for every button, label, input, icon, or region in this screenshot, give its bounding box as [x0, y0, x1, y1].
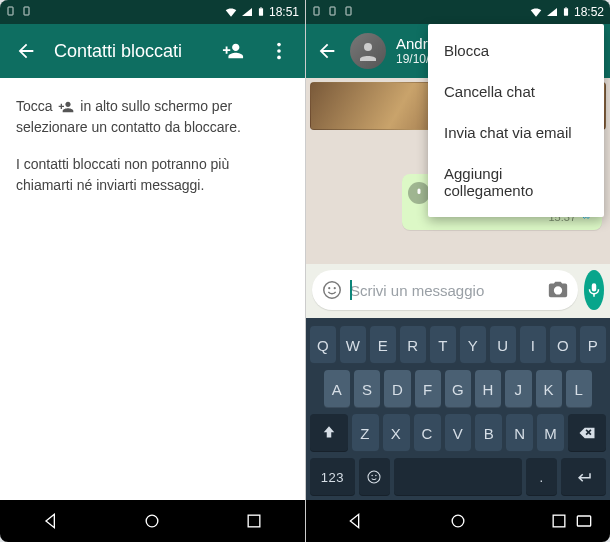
key-m[interactable]: M	[537, 414, 564, 452]
key-backspace[interactable]	[568, 414, 606, 452]
key-j[interactable]: J	[505, 370, 531, 408]
svg-rect-0	[8, 7, 13, 15]
back-button[interactable]	[8, 33, 44, 69]
phone-right: 18:52 Andrea 19/10/2015, 19… 19 OTT	[305, 0, 610, 542]
key-row: QWERTYUIOP	[310, 326, 606, 364]
nav-home[interactable]	[438, 501, 478, 541]
battery-icon	[561, 5, 571, 19]
menu-item-add-shortcut[interactable]: Aggiungi collegamento	[428, 153, 604, 211]
status-bar: 18:52	[306, 0, 610, 24]
nav-bar	[0, 500, 305, 542]
key-enter[interactable]	[561, 458, 606, 496]
nav-ime-switch[interactable]	[564, 501, 604, 541]
page-title: Contatti bloccati	[54, 41, 205, 62]
svg-point-15	[324, 282, 341, 299]
key-q[interactable]: Q	[310, 326, 336, 364]
screenshot-icon	[6, 6, 18, 18]
wifi-icon	[529, 5, 543, 19]
key-u[interactable]: U	[490, 326, 516, 364]
svg-point-21	[452, 515, 464, 527]
app-bar: Contatti bloccati	[0, 24, 305, 78]
svg-point-20	[376, 475, 378, 477]
phone-left: 18:51 Contatti bloccati Tocca in alto su…	[0, 0, 305, 542]
nav-home[interactable]	[132, 501, 172, 541]
key-k[interactable]: K	[536, 370, 562, 408]
compose-box	[312, 270, 578, 310]
battery-icon	[256, 5, 266, 19]
key-c[interactable]: C	[414, 414, 441, 452]
svg-point-5	[277, 49, 281, 53]
key-x[interactable]: X	[383, 414, 410, 452]
add-person-inline-icon	[58, 99, 74, 115]
key-shift[interactable]	[310, 414, 348, 452]
svg-rect-12	[564, 8, 568, 16]
overflow-button[interactable]	[261, 33, 297, 69]
key-f[interactable]: F	[415, 370, 441, 408]
status-bar: 18:51	[0, 0, 305, 24]
key-v[interactable]: V	[445, 414, 472, 452]
mic-avatar-icon	[408, 182, 430, 204]
svg-rect-3	[260, 7, 262, 8]
key-period[interactable]: .	[526, 458, 558, 496]
svg-point-4	[277, 43, 281, 47]
svg-rect-2	[259, 8, 263, 16]
key-l[interactable]: L	[566, 370, 592, 408]
key-g[interactable]: G	[445, 370, 471, 408]
add-contact-button[interactable]	[215, 33, 251, 69]
voice-send-button[interactable]	[584, 270, 604, 310]
key-e[interactable]: E	[370, 326, 396, 364]
svg-point-16	[328, 287, 330, 289]
key-h[interactable]: H	[475, 370, 501, 408]
key-o[interactable]: O	[550, 326, 576, 364]
camera-button[interactable]	[546, 278, 570, 302]
key-a[interactable]: A	[324, 370, 350, 408]
nav-bar	[306, 500, 610, 542]
key-row: 123 .	[310, 458, 606, 496]
svg-point-17	[334, 287, 336, 289]
key-r[interactable]: R	[400, 326, 426, 364]
svg-point-14	[364, 43, 372, 51]
help-text-2: I contatti bloccati non potranno più chi…	[16, 154, 289, 196]
svg-rect-8	[248, 515, 260, 527]
clock-text: 18:51	[269, 5, 299, 19]
keyboard[interactable]: QWERTYUIOP ASDFGHJKL ZXCVBNM 123 .	[306, 318, 610, 500]
key-row: ZXCVBNM	[310, 414, 606, 452]
nav-back-ime[interactable]	[337, 501, 377, 541]
avatar[interactable]	[350, 33, 386, 69]
svg-rect-23	[577, 516, 590, 526]
key-n[interactable]: N	[506, 414, 533, 452]
menu-item-email-chat[interactable]: Invia chat via email	[428, 112, 604, 153]
svg-rect-1	[24, 7, 29, 15]
key-i[interactable]: I	[520, 326, 546, 364]
menu-item-block[interactable]: Blocca	[428, 30, 604, 71]
composer	[306, 264, 610, 318]
svg-rect-9	[314, 7, 319, 15]
screenshot-icon	[328, 6, 340, 18]
nav-back[interactable]	[31, 501, 71, 541]
key-t[interactable]: T	[430, 326, 456, 364]
svg-rect-11	[346, 7, 351, 15]
svg-rect-13	[565, 7, 567, 8]
key-numbers[interactable]: 123	[310, 458, 355, 496]
svg-point-18	[368, 471, 380, 483]
content: Tocca in alto sullo schermo per selezion…	[0, 78, 305, 214]
key-d[interactable]: D	[384, 370, 410, 408]
key-p[interactable]: P	[580, 326, 606, 364]
clock-text: 18:52	[574, 5, 604, 19]
emoji-button[interactable]	[320, 278, 344, 302]
key-space[interactable]	[394, 458, 521, 496]
menu-item-clear-chat[interactable]: Cancella chat	[428, 71, 604, 112]
nav-recent[interactable]	[234, 501, 274, 541]
back-button[interactable]	[314, 33, 340, 69]
svg-point-6	[277, 56, 281, 60]
svg-rect-10	[330, 7, 335, 15]
key-row: ASDFGHJKL	[310, 370, 606, 408]
key-y[interactable]: Y	[460, 326, 486, 364]
key-b[interactable]: B	[475, 414, 502, 452]
key-s[interactable]: S	[354, 370, 380, 408]
key-w[interactable]: W	[340, 326, 366, 364]
compose-input[interactable]	[350, 278, 540, 303]
svg-point-19	[372, 475, 374, 477]
key-z[interactable]: Z	[352, 414, 379, 452]
key-emoji[interactable]	[359, 458, 391, 496]
